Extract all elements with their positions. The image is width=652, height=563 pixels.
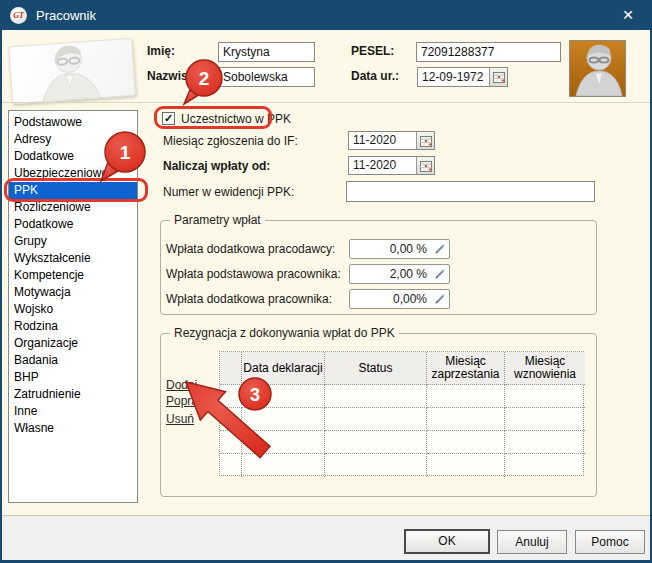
sidebar-item-grupy[interactable]: Grupy xyxy=(9,233,137,250)
table-cell[interactable] xyxy=(505,431,585,454)
edit-pencil-icon[interactable] xyxy=(433,292,446,308)
table-cell[interactable] xyxy=(220,431,242,454)
resignation-group: Rezygnacja z dokonywania wpłat do PPK Do… xyxy=(160,333,597,497)
sidebar-item-rozliczeniowe[interactable]: Rozliczeniowe xyxy=(9,199,137,216)
table-cell[interactable] xyxy=(220,385,242,408)
payment-params-group: Parametry wpłat Wpłata dodatkowa pracoda… xyxy=(160,220,597,315)
table-cell[interactable] xyxy=(242,431,325,454)
table-cell[interactable] xyxy=(427,385,505,408)
sidebar-item-bhp[interactable]: BHP xyxy=(9,369,137,386)
sidebar-item-podatkowe[interactable]: Podatkowe xyxy=(9,216,137,233)
last-name-field[interactable] xyxy=(218,67,315,87)
sidebar-item-wlasne[interactable]: Własne xyxy=(9,420,137,437)
sidebar-item-kompetencje[interactable]: Kompetencje xyxy=(9,267,137,284)
employer-extra-label: Wpłata dodatkowa pracodawcy: xyxy=(166,242,335,256)
table-cell[interactable] xyxy=(505,385,585,408)
employee-extra-field[interactable]: 0,00% xyxy=(349,289,450,309)
report-month-field[interactable]: 11-2020 xyxy=(348,131,435,150)
table-cell[interactable] xyxy=(427,408,505,431)
edit-link[interactable]: Popraw xyxy=(166,394,207,408)
table-cell[interactable] xyxy=(325,431,427,454)
last-name-label: Nazwisko: xyxy=(147,69,206,83)
employee-dialog: GT Pracownik × Imię: Nazwisko: PESEL: Da… xyxy=(0,0,652,563)
table-cell[interactable] xyxy=(427,454,505,477)
category-list: Podstawowe Adresy Dodatkowe Ubezpieczeni… xyxy=(8,110,138,503)
table-header-resume-month: Miesiąc wznowienia xyxy=(505,352,585,385)
table-cell[interactable] xyxy=(242,454,325,477)
calc-from-value: 11-2020 xyxy=(353,157,396,174)
help-button[interactable]: Pomoc xyxy=(575,530,645,554)
edit-pencil-icon[interactable] xyxy=(433,267,446,283)
table-cell[interactable] xyxy=(220,454,242,477)
registry-number-field[interactable] xyxy=(346,181,595,202)
table-cell[interactable] xyxy=(505,408,585,431)
resignation-title: Rezygnacja z dokonywania wpłat do PPK xyxy=(170,326,399,340)
calendar-icon[interactable] xyxy=(416,132,434,149)
employee-base-value: 2,00 % xyxy=(390,265,427,283)
header-divider xyxy=(2,102,650,103)
report-month-label: Miesiąc zgłoszenia do IF: xyxy=(163,134,298,148)
table-cell[interactable] xyxy=(427,431,505,454)
ok-button[interactable]: OK xyxy=(404,529,490,554)
dialog-body: Imię: Nazwisko: PESEL: Data ur.: 12-09-1… xyxy=(2,30,650,560)
table-cell[interactable] xyxy=(242,408,325,431)
close-icon[interactable]: × xyxy=(617,4,639,26)
employer-extra-field[interactable]: 0,00 % xyxy=(349,239,450,259)
id-card-photo xyxy=(8,38,136,105)
registry-number-label: Numer w ewidencji PPK: xyxy=(163,185,294,199)
pesel-label: PESEL: xyxy=(351,44,394,58)
table-cell[interactable] xyxy=(220,408,242,431)
edit-pencil-icon[interactable] xyxy=(433,242,446,258)
table-cell[interactable] xyxy=(325,385,427,408)
birth-date-field[interactable]: 12-09-1972 xyxy=(417,67,508,87)
ppk-participation-checkbox[interactable]: ✓ xyxy=(162,112,175,125)
table-header-empty xyxy=(220,352,242,385)
employee-base-field[interactable]: 2,00 % xyxy=(349,264,450,284)
employee-photo xyxy=(569,40,626,97)
payment-params-title: Parametry wpłat xyxy=(170,213,265,227)
table-header-declaration-date: Data deklaracji xyxy=(242,352,325,385)
employee-extra-label: Wpłata dodatkowa pracownika: xyxy=(166,292,332,306)
employee-extra-value: 0,00% xyxy=(393,290,427,308)
table-header-status: Status xyxy=(325,352,427,385)
calc-from-label: Naliczaj wpłaty od: xyxy=(163,159,270,173)
sidebar-item-podstawowe[interactable]: Podstawowe xyxy=(9,114,137,131)
sidebar-item-badania[interactable]: Badania xyxy=(9,352,137,369)
sidebar-item-ppk[interactable]: PPK xyxy=(9,182,137,199)
sidebar-item-zatrudnienie[interactable]: Zatrudnienie xyxy=(9,386,137,403)
add-link[interactable]: Dodaj xyxy=(166,378,197,392)
table-cell[interactable] xyxy=(505,454,585,477)
table-cell[interactable] xyxy=(242,385,325,408)
titlebar: GT Pracownik × xyxy=(0,0,652,30)
sidebar-item-inne[interactable]: Inne xyxy=(9,403,137,420)
sidebar-item-wojsko[interactable]: Wojsko xyxy=(9,301,137,318)
table-cell[interactable] xyxy=(325,454,427,477)
employee-base-label: Wpłata podstawowa pracownika: xyxy=(166,267,341,281)
birth-date-value: 12-09-1972 xyxy=(422,68,483,86)
table-header-stop-month: Miesiąc zaprzestania xyxy=(427,352,505,385)
sidebar-item-rodzina[interactable]: Rodzina xyxy=(9,318,137,335)
delete-link[interactable]: Usuń xyxy=(166,412,194,426)
sidebar-item-dodatkowe[interactable]: Dodatkowe xyxy=(9,148,137,165)
ppk-participation-label: Uczestnictwo w PPK xyxy=(181,112,291,126)
first-name-field[interactable] xyxy=(218,42,315,62)
resignation-table: Data deklaracji Status Miesiąc zaprzesta… xyxy=(219,351,584,476)
cancel-button[interactable]: Anuluj xyxy=(497,530,567,554)
window-title: Pracownik xyxy=(36,8,96,23)
table-cell[interactable] xyxy=(325,408,427,431)
sidebar-item-ubezpieczeniowe[interactable]: Ubezpieczeniowe xyxy=(9,165,137,182)
first-name-label: Imię: xyxy=(147,44,175,58)
sidebar-item-organizacje[interactable]: Organizacje xyxy=(9,335,137,352)
calendar-icon[interactable] xyxy=(416,157,434,174)
gt-logo-icon: GT xyxy=(10,7,27,24)
sidebar-item-adresy[interactable]: Adresy xyxy=(9,131,137,148)
calc-from-field[interactable]: 11-2020 xyxy=(348,156,435,175)
birth-date-label: Data ur.: xyxy=(351,69,399,83)
report-month-value: 11-2020 xyxy=(353,132,396,149)
calendar-icon[interactable] xyxy=(489,68,507,86)
employer-extra-value: 0,00 % xyxy=(390,240,427,258)
button-bar: OK Anuluj Pomoc xyxy=(2,515,650,560)
sidebar-item-motywacja[interactable]: Motywacja xyxy=(9,284,137,301)
sidebar-item-wyksztalcenie[interactable]: Wykształcenie xyxy=(9,250,137,267)
pesel-field[interactable] xyxy=(416,42,561,62)
